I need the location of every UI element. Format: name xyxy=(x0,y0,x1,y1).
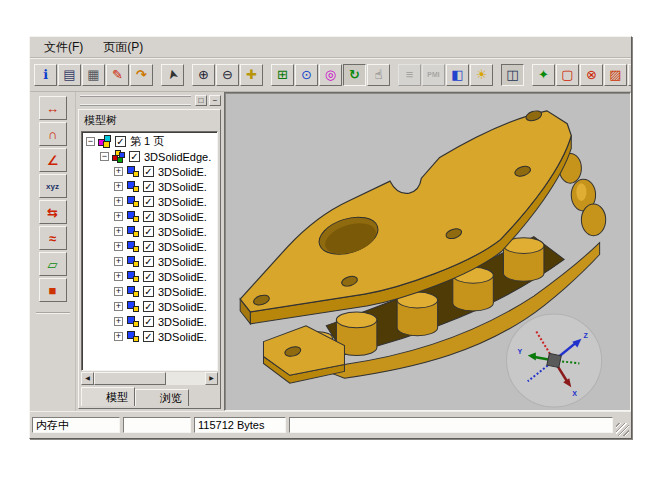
visibility-checkbox[interactable]: ✓ xyxy=(143,181,154,192)
explode-button[interactable]: ⊗ xyxy=(580,64,603,86)
expand-plus-box[interactable]: + xyxy=(114,272,123,281)
visibility-checkbox[interactable]: ✓ xyxy=(143,256,154,267)
measure-coordinate-button[interactable]: xyz xyxy=(39,174,67,198)
tree-node-label[interactable]: 3DSolidE. xyxy=(158,241,207,253)
tab-browse[interactable]: 浏览 xyxy=(135,389,189,406)
expand-minus-box[interactable]: − xyxy=(86,137,95,146)
scroll-left-button[interactable]: ◀ xyxy=(81,372,94,385)
visibility-checkbox[interactable]: ✓ xyxy=(129,151,140,162)
visibility-checkbox[interactable]: ✓ xyxy=(115,136,126,147)
panel-restore-button[interactable]: □ xyxy=(195,95,207,106)
tree-node-label[interactable]: 3DSolidE. xyxy=(158,196,207,208)
measure-area-button[interactable]: ▱ xyxy=(39,252,67,276)
tree-row[interactable]: +✓3DSolidE. xyxy=(84,254,217,269)
visibility-checkbox[interactable]: ✓ xyxy=(143,286,154,297)
measure-distance-button[interactable]: ⇆ xyxy=(39,200,67,224)
panel-grip-handle[interactable] xyxy=(80,95,191,106)
print-button[interactable]: ▦ xyxy=(82,64,105,86)
preview-button[interactable]: ▤ xyxy=(58,64,81,86)
scrollbar-thumb[interactable] xyxy=(94,372,166,385)
info-button[interactable]: ℹ xyxy=(34,64,57,86)
snapshot-button[interactable]: ▢ xyxy=(556,64,579,86)
expand-plus-box[interactable]: + xyxy=(114,167,123,176)
expand-plus-box[interactable]: + xyxy=(114,257,123,266)
lighting-button[interactable]: ☀ xyxy=(470,64,493,86)
visibility-checkbox[interactable]: ✓ xyxy=(143,271,154,282)
tree-node-label[interactable]: 第 1 页 xyxy=(130,134,164,149)
expand-plus-box[interactable]: + xyxy=(114,242,123,251)
visibility-checkbox[interactable]: ✓ xyxy=(143,211,154,222)
measure-angle-button[interactable]: ∠ xyxy=(39,148,67,172)
expand-plus-box[interactable]: + xyxy=(114,182,123,191)
menu-page[interactable]: 页面(P) xyxy=(95,37,151,58)
expand-plus-box[interactable]: + xyxy=(114,302,123,311)
tree-hscrollbar[interactable]: ◀ ▶ xyxy=(81,372,218,385)
tree-node-label[interactable]: 3DSolidE. xyxy=(158,331,207,343)
tree-node-label[interactable]: 3DSolidE. xyxy=(158,211,207,223)
expand-plus-box[interactable]: + xyxy=(114,317,123,326)
visibility-checkbox[interactable]: ✓ xyxy=(143,331,154,342)
model-tree[interactable]: −✓第 1 页−✓3DSolidEdge.+✓3DSolidE.+✓3DSoli… xyxy=(81,131,218,371)
tab-model[interactable]: 模型 xyxy=(81,387,135,406)
tree-row[interactable]: −✓第 1 页 xyxy=(84,134,217,149)
measure-curve-button[interactable]: ≈ xyxy=(39,226,67,250)
tree-node-label[interactable]: 3DSolidE. xyxy=(158,226,207,238)
dynamic-zoom-button[interactable]: ⊙ xyxy=(295,64,318,86)
expand-plus-box[interactable]: + xyxy=(114,197,123,206)
expand-plus-box[interactable]: + xyxy=(114,287,123,296)
visibility-checkbox[interactable]: ✓ xyxy=(143,241,154,252)
tree-panel-button[interactable]: ◫ xyxy=(501,64,524,86)
zoom-out-button[interactable]: ⊖ xyxy=(216,64,239,86)
pmi-button[interactable]: PMI xyxy=(422,64,445,86)
menu-file[interactable]: 文件(F) xyxy=(36,37,91,58)
panel-titlebar[interactable]: □ − xyxy=(78,94,221,107)
tree-node-label[interactable]: 3DSolidE. xyxy=(158,301,207,313)
tree-row[interactable]: −✓3DSolidEdge. xyxy=(84,149,217,164)
visibility-checkbox[interactable]: ✓ xyxy=(143,166,154,177)
tree-node-label[interactable]: 3DSolidEdge. xyxy=(144,151,211,163)
fit-window-button[interactable]: ✚ xyxy=(240,64,263,86)
resize-grip[interactable] xyxy=(616,423,629,436)
tree-node-label[interactable]: 3DSolidE. xyxy=(158,271,207,283)
expand-minus-box[interactable]: − xyxy=(100,152,109,161)
tree-node-label[interactable]: 3DSolidE. xyxy=(158,181,207,193)
view-cube-button[interactable]: ◧ xyxy=(446,64,469,86)
markup-button[interactable]: ✎ xyxy=(106,64,129,86)
tree-row[interactable]: +✓3DSolidE. xyxy=(84,284,217,299)
move-part-button[interactable]: ✦ xyxy=(532,64,555,86)
visibility-checkbox[interactable]: ✓ xyxy=(143,316,154,327)
3d-viewport[interactable]: Z X Y xyxy=(224,92,631,411)
tree-row[interactable]: +✓3DSolidE. xyxy=(84,209,217,224)
select-button[interactable]: ➤ xyxy=(161,64,184,86)
section-button[interactable]: ≡ xyxy=(398,64,421,86)
tree-node-label[interactable]: 3DSolidE. xyxy=(158,256,207,268)
expand-plus-box[interactable]: + xyxy=(114,212,123,221)
tree-node-label[interactable]: 3DSolidE. xyxy=(158,286,207,298)
tree-row[interactable]: +✓3DSolidE. xyxy=(84,314,217,329)
expand-plus-box[interactable]: + xyxy=(114,227,123,236)
expand-plus-box[interactable]: + xyxy=(114,332,123,341)
pan-button[interactable]: ☝ xyxy=(367,64,390,86)
visibility-checkbox[interactable]: ✓ xyxy=(143,196,154,207)
tree-row[interactable]: +✓3DSolidE. xyxy=(84,269,217,284)
scroll-right-button[interactable]: ▶ xyxy=(205,372,218,385)
tree-row[interactable]: +✓3DSolidE. xyxy=(84,239,217,254)
zoom-in-button[interactable]: ⊕ xyxy=(192,64,215,86)
stamp-button[interactable]: ↷ xyxy=(130,64,153,86)
panel-hide-button[interactable]: − xyxy=(209,95,221,106)
scrollbar-track[interactable] xyxy=(94,372,205,385)
tree-node-label[interactable]: 3DSolidE. xyxy=(158,166,207,178)
orbit-button[interactable]: ◎ xyxy=(319,64,342,86)
tree-row[interactable]: +✓3DSolidE. xyxy=(84,164,217,179)
tree-node-label[interactable]: 3DSolidE. xyxy=(158,316,207,328)
bom-button[interactable]: BOM xyxy=(628,64,631,86)
visibility-checkbox[interactable]: ✓ xyxy=(143,226,154,237)
tree-row[interactable]: +✓3DSolidE. xyxy=(84,329,217,344)
visibility-checkbox[interactable]: ✓ xyxy=(143,301,154,312)
measure-length-button[interactable]: ↔ xyxy=(39,96,67,120)
measure-volume-button[interactable]: ■ xyxy=(39,278,67,302)
orientation-gizmo[interactable]: Z X Y xyxy=(506,314,601,407)
tree-row[interactable]: +✓3DSolidE. xyxy=(84,224,217,239)
zoom-window-button[interactable]: ⊞ xyxy=(271,64,294,86)
tree-row[interactable]: +✓3DSolidE. xyxy=(84,179,217,194)
